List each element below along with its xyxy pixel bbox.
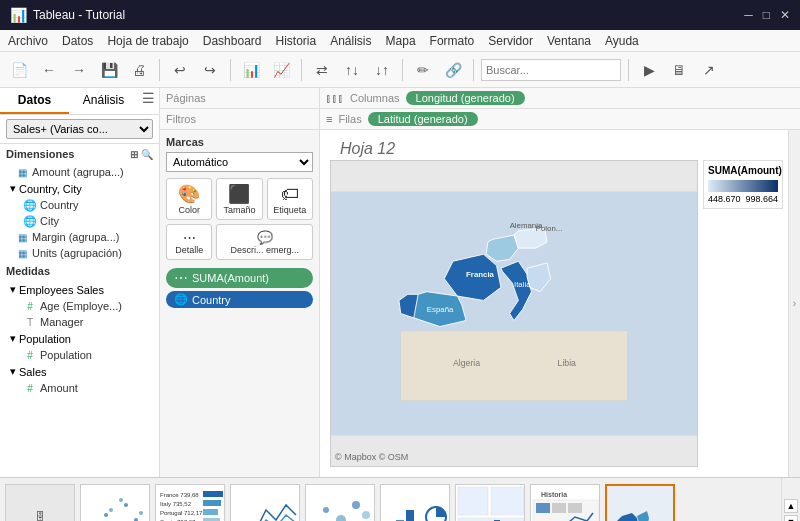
sort-asc-btn[interactable]: ↑↓ <box>339 57 365 83</box>
dim-units[interactable]: ▦ Units (agrupación) <box>0 245 159 261</box>
search-input[interactable] <box>481 59 621 81</box>
svg-text:España: España <box>427 305 454 314</box>
dim-margin[interactable]: ▦ Margin (agrupa...) <box>0 229 159 245</box>
swap-btn[interactable]: ⇄ <box>309 57 335 83</box>
diagrama-thumbnail[interactable] <box>305 484 375 521</box>
meas-manager[interactable]: T Manager <box>0 314 159 330</box>
map-container[interactable]: Polon... Alemania Francia España Italia … <box>330 160 698 467</box>
sep3 <box>301 59 302 81</box>
tab-datos[interactable]: Datos <box>0 88 69 114</box>
share-btn[interactable]: ↗ <box>696 57 722 83</box>
suma-amount-pill[interactable]: ⋯ SUMA(Amount) <box>166 268 313 288</box>
tooltip-btn[interactable]: 💬 Descri... emerg... <box>216 224 313 260</box>
top-shelves: Páginas ⫿⫿⫿ Columnas Longitud (generado) <box>160 88 800 109</box>
source-select[interactable]: Sales+ (Varias co... <box>6 119 153 139</box>
highlight-btn[interactable]: ✏ <box>410 57 436 83</box>
diagrama-container: Diagrama de... <box>304 484 376 521</box>
close-btn[interactable]: ✕ <box>780 8 790 22</box>
connect-btn[interactable]: 📊 <box>238 57 264 83</box>
ventas-thumbnail[interactable] <box>230 484 300 521</box>
menu-dashboard[interactable]: Dashboard <box>203 34 262 48</box>
dim-amount[interactable]: ▦ Amount (agrupa...) <box>0 164 159 180</box>
back-btn[interactable]: ← <box>36 57 62 83</box>
sidebar-menu-btn[interactable]: ☰ <box>138 88 159 114</box>
menu-ayuda[interactable]: Ayuda <box>605 34 639 48</box>
print-btn[interactable]: 🖨 <box>126 57 152 83</box>
scroll-up-btn[interactable]: ▲ <box>784 499 798 513</box>
svg-rect-61 <box>568 503 582 513</box>
meas-amount[interactable]: # Amount <box>0 380 159 396</box>
detail-btn[interactable]: ⋯ Detalle <box>166 224 212 260</box>
sheet10-thumbnail[interactable] <box>80 484 150 521</box>
svg-point-19 <box>119 498 123 502</box>
menu-datos[interactable]: Datos <box>62 34 93 48</box>
scroll-down-btn[interactable]: ▼ <box>784 515 798 522</box>
columns-pill[interactable]: Longitud (generado) <box>406 91 525 105</box>
sheet12-thumbnail[interactable] <box>605 484 675 521</box>
dim-city[interactable]: 🌐 City <box>0 213 159 229</box>
database-icon: 🗄 <box>35 511 45 522</box>
dim-country[interactable]: 🌐 Country <box>0 197 159 213</box>
svg-text:Italy     735,52: Italy 735,52 <box>160 501 192 507</box>
save-btn[interactable]: 💾 <box>96 57 122 83</box>
menu-servidor[interactable]: Servidor <box>488 34 533 48</box>
menu-formato[interactable]: Formato <box>430 34 475 48</box>
left-sidebar: Datos Análisis ☰ Sales+ (Varias co... Di… <box>0 88 160 477</box>
grp-employees[interactable]: ▾ Employees Sales <box>0 281 159 298</box>
meas-age[interactable]: # Age (Employe...) <box>0 298 159 314</box>
svg-rect-29 <box>203 509 218 515</box>
sep4 <box>402 59 403 81</box>
svg-rect-59 <box>536 503 550 513</box>
svg-rect-27 <box>203 491 223 497</box>
grp-sales[interactable]: ▾ Sales <box>0 363 159 380</box>
canvas: Hoja 12 <box>320 130 788 477</box>
dashboard1-thumbnail[interactable] <box>455 484 525 521</box>
tab-analisis[interactable]: Análisis <box>69 88 138 114</box>
dim-country-city[interactable]: ▾ Country, City <box>0 180 159 197</box>
dimensions-header: Dimensiones ⊞ 🔍 <box>0 144 159 164</box>
map-credit: © Mapbox © OSM <box>335 452 408 462</box>
minimize-btn[interactable]: ─ <box>744 8 753 22</box>
map-svg: Polon... Alemania Francia España Italia … <box>331 161 697 466</box>
chart-btn[interactable]: 📈 <box>268 57 294 83</box>
undo-btn[interactable]: ↩ <box>167 57 193 83</box>
filters-rows: Filtros ≡ Filas Latitud (generado) <box>160 109 800 130</box>
menu-ventana[interactable]: Ventana <box>547 34 591 48</box>
svg-rect-49 <box>491 487 524 515</box>
grp-population[interactable]: ▾ Population <box>0 330 159 347</box>
size-btn[interactable]: ⬛ Tamaño <box>216 178 262 220</box>
label-btn[interactable]: 🏷 Etiqueta <box>267 178 313 220</box>
redo-btn[interactable]: ↪ <box>197 57 223 83</box>
menu-historia[interactable]: Historia <box>275 34 316 48</box>
sidebar-content: Dimensiones ⊞ 🔍 ▦ Amount (agrupa...) ▾ C… <box>0 144 159 477</box>
color-icon: 🎨 <box>178 183 200 205</box>
new-btn[interactable]: 📄 <box>6 57 32 83</box>
tab-navigation: ▲ ▼ + <box>781 478 800 521</box>
marks-type-select[interactable]: Automático <box>166 152 313 172</box>
svg-text:Francia: Francia <box>466 270 494 279</box>
meas-population[interactable]: # Population <box>0 347 159 363</box>
svg-rect-44 <box>406 510 414 521</box>
rows-pill[interactable]: Latitud (generado) <box>368 112 478 126</box>
menu-analisis[interactable]: Análisis <box>330 34 371 48</box>
sep6 <box>628 59 629 81</box>
annotate-btn[interactable]: 🔗 <box>440 57 466 83</box>
country-pill[interactable]: 🌐 Country <box>166 291 313 308</box>
sheet11-thumbnail[interactable]: France 739,68 Italy 735,52 Portugal 712,… <box>155 484 225 521</box>
right-panel-toggle[interactable]: › <box>788 130 800 477</box>
present-btn[interactable]: ▶ <box>636 57 662 83</box>
text-icon: T <box>24 316 36 328</box>
sort-desc-btn[interactable]: ↓↑ <box>369 57 395 83</box>
forward-btn[interactable]: → <box>66 57 92 83</box>
menu-archivo[interactable]: Archivo <box>8 34 48 48</box>
historia1-thumbnail[interactable]: Historia <box>530 484 600 521</box>
device-btn[interactable]: 🖥 <box>666 57 692 83</box>
svg-rect-11 <box>81 485 150 521</box>
dos-diagramas-thumbnail[interactable] <box>380 484 450 521</box>
color-btn[interactable]: 🎨 Color <box>166 178 212 220</box>
maximize-btn[interactable]: □ <box>763 8 770 22</box>
source-thumbnail[interactable]: 🗄 <box>5 484 75 521</box>
menu-hoja[interactable]: Hoja de trabajo <box>107 34 188 48</box>
menu-mapa[interactable]: Mapa <box>386 34 416 48</box>
sheet10-container: Hoja 10 <box>79 484 151 521</box>
